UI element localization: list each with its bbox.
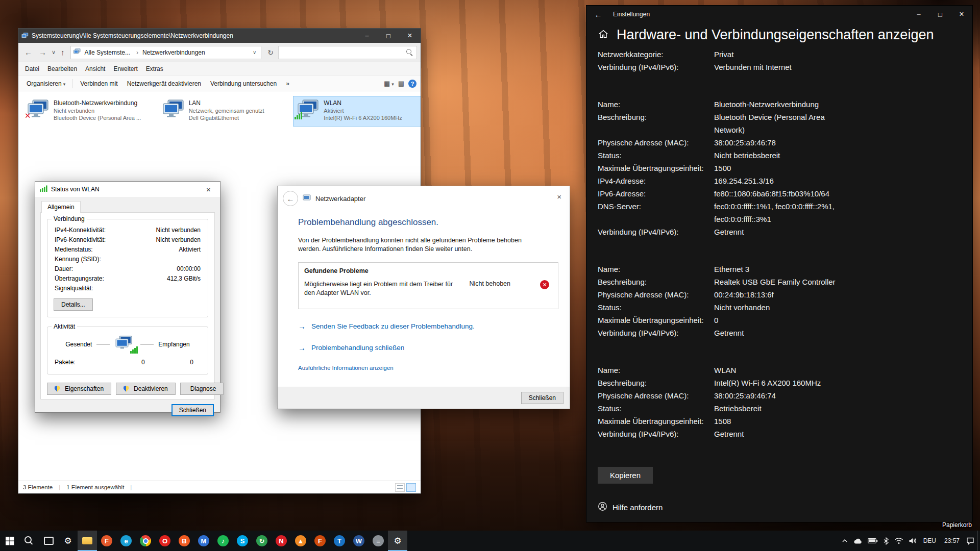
title-bar[interactable]: ← Einstellungen [586, 6, 972, 23]
onedrive-cloud-icon[interactable] [851, 531, 865, 551]
schliessen-button[interactable]: Schließen [172, 404, 214, 416]
maximize-button[interactable] [929, 6, 951, 23]
toolbar-overflow-button[interactable]: » [282, 78, 293, 89]
wifi-icon[interactable] [892, 531, 906, 551]
detailed-info-link[interactable]: Ausführliche Informationen anzeigen [298, 365, 558, 371]
menu-item[interactable]: Erweitert [110, 64, 141, 74]
status-label: Medienstatus: [55, 245, 93, 255]
address-bar[interactable]: Alle Systemste... Netzwerkverbindungen ∨ [70, 46, 262, 59]
chevron-up-icon[interactable] [839, 531, 851, 551]
item-count: 3 Elemente [23, 484, 53, 490]
minimize-button[interactable] [908, 6, 929, 23]
problem-status: Nicht behoben [469, 280, 510, 287]
title-bar[interactable]: Systemsteuerung\Alle Systemsteuerungsele… [18, 29, 421, 43]
breadcrumb-segment[interactable]: Netzwerkverbindungen [134, 48, 207, 57]
start-button-icon[interactable] [0, 531, 19, 551]
status-row: Signalqualität: [53, 284, 203, 293]
troubleshooter-link[interactable]: Senden Sie Feedback zu dieser Problembeh… [298, 322, 558, 331]
tab-allgemein[interactable]: Allgemein [41, 201, 81, 213]
forward-icon[interactable]: → [36, 47, 49, 58]
recycle-bin-label[interactable]: Papierkorb [942, 521, 972, 529]
preview-pane-icon[interactable]: ▤ [398, 80, 404, 87]
property-row: Physische Adresse (MAC):38:00:25:a9:46:7… [598, 389, 961, 402]
menu-item[interactable]: Ansicht [82, 64, 109, 74]
search-input[interactable] [282, 49, 403, 56]
firefox-dev-icon[interactable]: F [310, 531, 330, 551]
details-view-icon[interactable] [395, 483, 405, 492]
property-row: Verbindung (IPv4/IPv6):Getrennt [598, 226, 961, 238]
show-desktop-button[interactable] [977, 531, 980, 551]
skype-icon[interactable]: S [233, 531, 252, 551]
back-icon[interactable]: ← [283, 191, 298, 206]
word-icon[interactable]: W [349, 531, 369, 551]
network-connection-item[interactable]: Bluetooth-Netzwerkverbindung Nicht verbu… [23, 96, 151, 126]
sync-icon[interactable]: ↻ [252, 531, 272, 551]
recent-locations-icon[interactable]: ∨ [51, 48, 57, 57]
toolbar-command[interactable]: Verbindung untersuchen [206, 78, 281, 89]
settings-gear-icon[interactable]: ⚙ [58, 531, 78, 551]
file-explorer-icon[interactable] [78, 531, 97, 551]
breadcrumb-segment[interactable]: Alle Systemste... [83, 48, 132, 57]
details-button[interactable]: Details... [54, 298, 93, 311]
property-label: Physische Adresse (MAC): [598, 136, 714, 149]
spotify-icon[interactable]: ♪ [213, 531, 233, 551]
firefox-icon[interactable]: F [97, 531, 116, 551]
organize-button[interactable]: Organisieren▾ [22, 78, 69, 89]
battery-icon[interactable] [865, 531, 880, 551]
netflix-icon[interactable]: N [272, 531, 291, 551]
action-center-icon[interactable] [964, 531, 977, 551]
menu-item[interactable]: Datei [21, 64, 43, 74]
back-icon[interactable]: ← [22, 47, 35, 58]
task-view-icon[interactable] [39, 531, 58, 551]
troubleshooter-header[interactable]: ← Netzwerkadapter × [278, 186, 570, 206]
schliessen-button[interactable]: Schließen [521, 392, 564, 404]
close-button[interactable] [399, 29, 421, 43]
troubleshooter-link[interactable]: Problembehandlung schließen [298, 343, 558, 352]
close-button[interactable] [951, 6, 972, 23]
property-label: Maximale Übertragungseinheit: [598, 162, 714, 174]
taskbar-clock[interactable]: 23:57 [940, 531, 964, 551]
mail-icon[interactable]: M [194, 531, 213, 551]
minimize-button[interactable] [356, 29, 378, 43]
get-help-link[interactable]: Hilfe anfordern [598, 502, 961, 515]
status-label: IPv4-Konnektivität: [55, 226, 106, 235]
menu-item[interactable]: Extras [142, 64, 167, 74]
large-icons-view-icon[interactable] [406, 483, 416, 492]
up-icon[interactable]: ↑ [58, 47, 67, 58]
troubleshooter-window: ← Netzwerkadapter × Problembehandlung ab… [277, 186, 570, 409]
toolbar-command[interactable]: Netzwerkgerät deaktivieren [123, 78, 205, 89]
property-value: Privat [714, 48, 733, 61]
back-icon[interactable]: ← [586, 6, 610, 23]
opera-icon[interactable]: O [155, 531, 175, 551]
settings-app-icon[interactable]: ⚙ [388, 531, 407, 551]
dialog-title-bar[interactable]: Status von WLAN × [35, 182, 220, 197]
toolbar-command[interactable]: Verbinden mit [76, 78, 121, 89]
chrome-icon[interactable] [136, 531, 155, 551]
teamviewer-icon[interactable]: T [330, 531, 349, 551]
menu-item[interactable]: Bearbeiten [44, 64, 81, 74]
vlc-icon[interactable]: ▲ [291, 531, 310, 551]
language-indicator[interactable]: DEU [919, 531, 940, 551]
help-icon[interactable]: ? [408, 80, 416, 88]
notepad-icon[interactable]: ≡ [369, 531, 388, 551]
refresh-icon[interactable]: ↻ [264, 47, 277, 58]
dialog-button[interactable]: Diagnose [180, 383, 224, 395]
brave-icon[interactable]: B [175, 531, 194, 551]
change-view-icon[interactable]: ▦▾ [384, 80, 394, 87]
edge-icon[interactable]: e [116, 531, 136, 551]
dialog-button[interactable]: Eigenschaften [47, 383, 111, 395]
chevron-down-icon[interactable]: ∨ [251, 49, 258, 55]
status-row: Dauer: 00:00:00 [53, 264, 203, 274]
taskbar-search-icon[interactable] [19, 531, 39, 551]
network-connection-item[interactable]: LAN Netzwerk, gemeinsam genutzt Dell Gig… [159, 96, 286, 126]
volume-icon[interactable] [906, 531, 919, 551]
maximize-button[interactable] [378, 29, 399, 43]
close-icon[interactable]: × [552, 191, 567, 203]
kopieren-button[interactable]: Kopieren [598, 467, 653, 484]
taskbar-apps: ⚙ F e O [0, 531, 407, 551]
dialog-button[interactable]: Deaktivieren [116, 383, 176, 395]
close-icon[interactable]: × [197, 182, 220, 197]
bluetooth-icon[interactable] [880, 531, 892, 551]
property-value: 00:24:9b:18:13:6f [714, 288, 774, 301]
network-connection-item[interactable]: WLAN Aktiviert Intel(R) Wi-Fi 6 AX200 16… [293, 96, 421, 126]
